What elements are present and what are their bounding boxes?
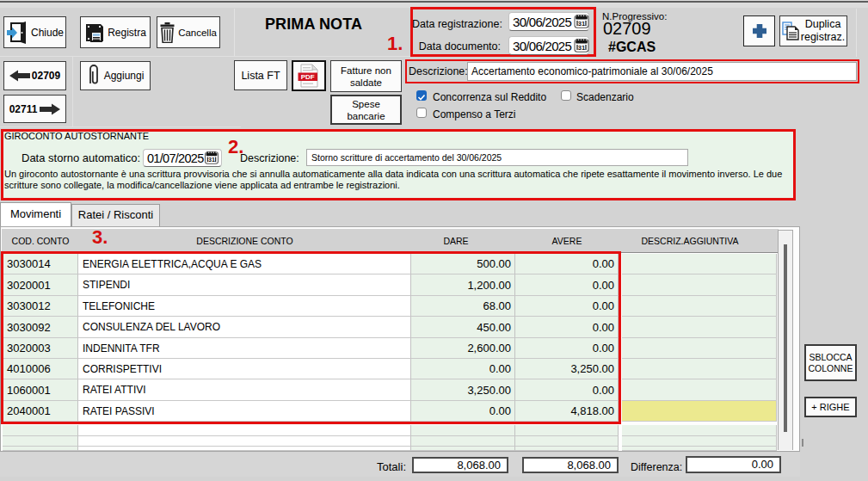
svg-text:31: 31 — [578, 44, 586, 52]
svg-text:31: 31 — [578, 20, 586, 28]
svg-text:31: 31 — [208, 157, 215, 163]
svg-text:PDF: PDF — [301, 73, 315, 81]
